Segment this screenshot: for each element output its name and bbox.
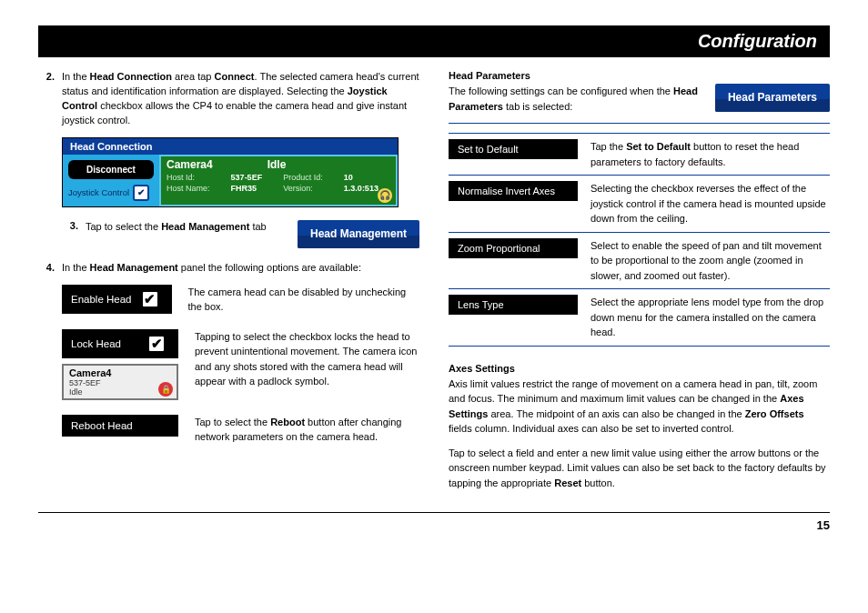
version-label: Version: <box>283 184 335 193</box>
page-number: 15 <box>38 518 830 532</box>
row-desc: Select to enable the speed of pan and ti… <box>590 238 830 284</box>
section-heading: Axes Settings <box>449 363 830 374</box>
head-parameters-tab[interactable]: Head Parameters <box>715 84 830 112</box>
checkbox-icon: ✔ <box>141 290 159 308</box>
camera-card: Camera4 537-5EF Idle 🔒 <box>62 364 178 400</box>
camera-card-state: Idle <box>69 387 171 397</box>
disconnect-button[interactable]: Disconnect <box>68 160 154 179</box>
headphones-icon: 🎧 <box>378 188 392 203</box>
option-description: Tap to select the Reboot button after ch… <box>195 415 419 445</box>
option-description: The camera head can be disabled by unche… <box>188 285 420 315</box>
step-text: In the Head Connection area tap Connect.… <box>62 70 419 128</box>
table-row: Set to Default Tap the Set to Default bu… <box>449 133 830 175</box>
paragraph: Tap to select a field and enter a new li… <box>449 446 830 491</box>
left-column: 2. In the Head Connection area tap Conne… <box>38 70 419 499</box>
hostid-value: 537-5EF <box>231 173 275 182</box>
divider <box>449 123 830 124</box>
row-desc: Selecting the checkbox reverses the effe… <box>590 181 830 226</box>
camera-state: Idle <box>267 158 287 171</box>
camera-card-name: Camera4 <box>69 367 171 378</box>
checkbox-icon: ✔ <box>133 185 149 201</box>
divider <box>38 512 830 513</box>
step-number: 3. <box>62 220 78 235</box>
lens-type-dropdown[interactable]: Lens Type <box>449 295 578 315</box>
step-text: Tap to select the Head Management tab <box>86 220 270 235</box>
prodid-label: Product Id: <box>283 173 335 182</box>
table-row: Normalise Invert Axes Selecting the chec… <box>449 175 830 232</box>
head-connection-panel: Head Connection Disconnect Joystick Cont… <box>62 137 399 207</box>
right-column: Head Parameters The following settings c… <box>449 70 830 499</box>
table-row: Zoom Proportional Select to enable the s… <box>449 232 830 289</box>
head-connection-header: Head Connection <box>63 138 398 155</box>
row-desc: Select the appropriate lens model type f… <box>590 295 830 340</box>
reboot-head-button[interactable]: Reboot Head <box>62 415 178 437</box>
table-row: Lens Type Select the appropriate lens mo… <box>449 288 830 346</box>
hostid-label: Host Id: <box>167 173 222 182</box>
set-to-default-button[interactable]: Set to Default <box>449 139 578 159</box>
zoom-proportional-toggle[interactable]: Zoom Proportional <box>449 238 578 258</box>
head-parameters-table: Set to Default Tap the Set to Default bu… <box>449 133 830 347</box>
section-heading: Head Parameters <box>449 70 830 81</box>
joystick-control-toggle[interactable]: Joystick Control ✔ <box>68 185 154 201</box>
lock-icon: 🔒 <box>158 382 173 397</box>
row-desc: Tap the Set to Default button to reset t… <box>590 139 830 169</box>
lock-head-toggle[interactable]: Lock Head ✔ <box>62 329 178 358</box>
normalise-invert-axes-toggle[interactable]: Normalise Invert Axes <box>449 181 578 201</box>
joystick-label: Joystick Control <box>68 187 129 197</box>
checkbox-icon: ✔ <box>147 335 166 353</box>
hostname-label: Host Name: <box>167 184 222 193</box>
head-management-tab[interactable]: Head Management <box>298 220 419 248</box>
step-text: In the Head Management panel the followi… <box>62 261 419 276</box>
camera-name: Camera4 <box>167 158 213 171</box>
page-title: Configuration <box>38 25 830 57</box>
step-number: 2. <box>38 70 55 128</box>
camera-info-panel: Camera4 Idle Host Id:537-5EF Product Id:… <box>159 155 398 206</box>
prodid-value: 10 <box>344 173 390 182</box>
option-description: Tapping to select the checkbox locks the… <box>195 329 419 389</box>
step-number: 4. <box>38 261 55 276</box>
section-intro: The following settings can be configured… <box>449 84 699 114</box>
hostname-value: FHR35 <box>231 184 275 193</box>
enable-head-toggle[interactable]: Enable Head ✔ <box>62 285 172 314</box>
paragraph: Axis limit values restrict the range of … <box>449 377 830 437</box>
camera-card-id: 537-5EF <box>69 378 171 387</box>
